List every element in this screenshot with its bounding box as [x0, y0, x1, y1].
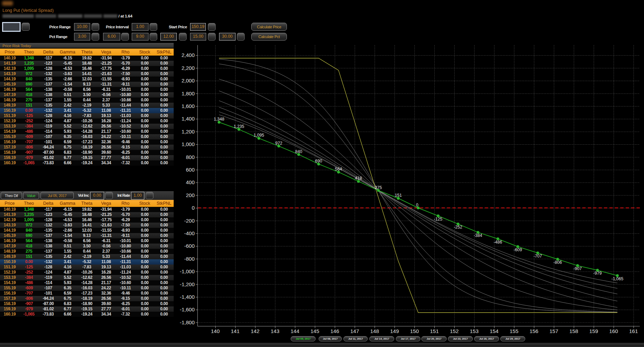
svg-text:158: 158 [569, 328, 578, 334]
svg-text:1,348: 1,348 [214, 117, 224, 122]
svg-text:-125: -125 [434, 217, 442, 222]
svg-text:840: 840 [295, 149, 302, 154]
svg-text:153: 153 [470, 328, 478, 334]
svg-text:-1,600: -1,600 [180, 306, 195, 312]
svg-text:141: 141 [231, 328, 239, 334]
svg-text:-1,800: -1,800 [180, 319, 195, 325]
svg-text:154: 154 [490, 328, 498, 334]
svg-text:155: 155 [509, 328, 518, 334]
svg-text:-800: -800 [184, 256, 195, 262]
svg-text:600: 600 [186, 167, 195, 173]
svg-text:151: 151 [395, 193, 402, 198]
svg-text:-252: -252 [454, 225, 462, 230]
svg-text:142: 142 [251, 328, 259, 334]
svg-text:1,800: 1,800 [181, 91, 195, 96]
svg-text:150: 150 [410, 328, 419, 334]
svg-text:1,400: 1,400 [181, 116, 195, 122]
svg-text:1,095: 1,095 [254, 133, 264, 138]
svg-text:147: 147 [350, 328, 359, 334]
svg-text:144: 144 [290, 328, 299, 334]
svg-text:148: 148 [370, 328, 379, 334]
svg-text:145: 145 [310, 328, 319, 334]
svg-text:0: 0 [416, 203, 418, 208]
svg-text:400: 400 [186, 179, 195, 185]
svg-text:-907: -907 [573, 266, 582, 271]
svg-text:972: 972 [275, 141, 282, 146]
svg-text:-979: -979 [593, 271, 602, 276]
svg-text:690: 690 [315, 159, 322, 164]
svg-text:-1,000: -1,000 [180, 268, 195, 274]
svg-text:418: 418 [355, 176, 362, 181]
svg-text:1,600: 1,600 [181, 103, 195, 109]
svg-text:2,400: 2,400 [181, 52, 195, 58]
svg-text:157: 157 [549, 328, 558, 334]
svg-text:151: 151 [430, 328, 439, 334]
svg-text:800: 800 [186, 154, 195, 160]
svg-text:2,000: 2,000 [181, 78, 195, 84]
svg-text:161: 161 [629, 328, 638, 334]
svg-text:160: 160 [609, 328, 618, 334]
svg-text:0: 0 [192, 205, 195, 211]
svg-text:-384: -384 [474, 233, 482, 238]
svg-text:-806: -806 [553, 260, 562, 265]
svg-text:564: 564 [335, 167, 342, 172]
svg-text:152: 152 [450, 328, 458, 334]
svg-text:-609: -609 [514, 247, 522, 252]
svg-text:146: 146 [330, 328, 339, 334]
svg-text:149: 149 [390, 328, 399, 334]
svg-text:1,000: 1,000 [181, 141, 195, 147]
svg-text:-400: -400 [184, 230, 195, 236]
svg-text:275: 275 [375, 185, 382, 190]
svg-text:-1,200: -1,200 [180, 281, 195, 287]
svg-text:-600: -600 [184, 243, 195, 249]
svg-text:1,235: 1,235 [234, 124, 244, 129]
svg-text:159: 159 [589, 328, 598, 334]
svg-text:156: 156 [529, 328, 538, 334]
svg-text:2,200: 2,200 [181, 65, 195, 71]
svg-text:-1,400: -1,400 [180, 294, 195, 300]
svg-text:-1,065: -1,065 [612, 276, 623, 281]
svg-text:-200: -200 [184, 218, 195, 224]
svg-text:200: 200 [186, 192, 195, 198]
svg-text:-707: -707 [534, 254, 542, 259]
svg-text:-486: -486 [494, 240, 502, 245]
svg-text:140: 140 [211, 328, 219, 334]
svg-text:143: 143 [270, 328, 279, 334]
svg-text:1,200: 1,200 [181, 129, 195, 135]
